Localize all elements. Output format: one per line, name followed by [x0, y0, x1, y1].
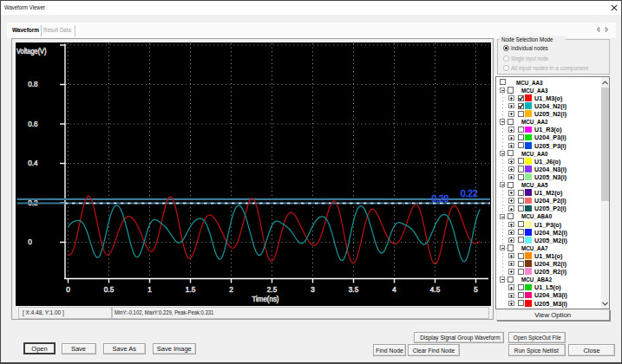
svg-text:0.4: 0.4 [28, 159, 38, 167]
svg-text:4.5: 4.5 [429, 286, 440, 294]
svg-text:0: 0 [66, 286, 70, 294]
svg-text:4: 4 [392, 286, 396, 294]
svg-text:1: 1 [147, 286, 152, 294]
svg-text:3.5: 3.5 [348, 286, 358, 294]
svg-text:3: 3 [311, 286, 315, 294]
svg-text:0.6: 0.6 [28, 120, 38, 128]
svg-text:0.5: 0.5 [103, 286, 114, 294]
svg-text:0: 0 [28, 238, 32, 246]
svg-text:Time(ns): Time(ns) [252, 296, 278, 303]
svg-text:Voltage(V): Voltage(V) [16, 47, 47, 55]
svg-text:2.5: 2.5 [266, 286, 277, 294]
svg-text:0.8: 0.8 [28, 81, 38, 88]
svg-text:2: 2 [229, 286, 233, 294]
svg-text:0.22: 0.22 [461, 188, 478, 198]
svg-text:5: 5 [474, 286, 478, 294]
svg-text:1.5: 1.5 [185, 286, 195, 294]
svg-text:0.20: 0.20 [431, 193, 448, 204]
